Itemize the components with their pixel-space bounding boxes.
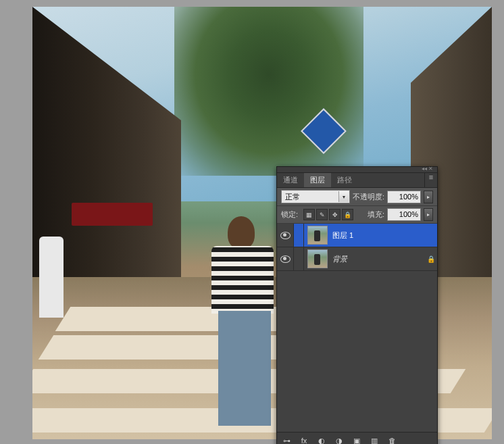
layers-panel: ◂◂ ✕ 通道 图层 路径 ≡ 正常 ▾ 不透明度: 100% ▸ 锁定: ▦ … bbox=[276, 166, 438, 444]
tab-paths[interactable]: 路径 bbox=[331, 173, 358, 187]
photo-sign-red bbox=[72, 203, 153, 226]
trash-icon[interactable]: 🗑 bbox=[386, 435, 398, 444]
eye-icon bbox=[280, 255, 291, 263]
fill-label: 填充: bbox=[368, 209, 384, 220]
layer-row[interactable]: 背景 🔒 bbox=[277, 247, 437, 271]
lock-transparency-icon[interactable]: ▦ bbox=[303, 209, 315, 220]
layer-name[interactable]: 背景 bbox=[331, 254, 425, 264]
link-column[interactable] bbox=[294, 224, 304, 247]
lock-fill-row: 锁定: ▦ ✎ ✥ 🔒 填充: 100% ▸ bbox=[277, 206, 437, 224]
layer-thumbnail[interactable] bbox=[307, 226, 328, 245]
mask-icon[interactable]: ◐ bbox=[316, 435, 328, 444]
lock-all-icon[interactable]: 🔒 bbox=[342, 209, 353, 220]
visibility-toggle[interactable] bbox=[277, 224, 294, 247]
layers-empty-area[interactable] bbox=[277, 271, 437, 432]
photo-tree bbox=[174, 7, 363, 176]
lock-paint-icon[interactable]: ✎ bbox=[316, 209, 328, 220]
eye-icon bbox=[280, 232, 291, 239]
lock-label: 锁定: bbox=[281, 209, 298, 220]
blend-opacity-row: 正常 ▾ 不透明度: 100% ▸ bbox=[277, 188, 437, 206]
lock-icon: 🔒 bbox=[425, 255, 437, 263]
folder-icon[interactable]: ▣ bbox=[351, 435, 363, 444]
layer-name[interactable]: 图层 1 bbox=[331, 230, 425, 241]
panel-tabs: 通道 图层 路径 ≡ bbox=[277, 173, 437, 188]
tab-channels[interactable]: 通道 bbox=[277, 173, 304, 187]
lock-buttons: ▦ ✎ ✥ 🔒 bbox=[303, 209, 353, 220]
lock-move-icon[interactable]: ✥ bbox=[329, 209, 341, 220]
fill-arrow-icon[interactable]: ▸ bbox=[424, 208, 433, 221]
opacity-label: 不透明度: bbox=[353, 192, 384, 202]
layers-footer: ⊶ fx ◐ ◑ ▣ ▥ 🗑 bbox=[277, 432, 437, 444]
panel-grip[interactable]: ◂◂ ✕ bbox=[277, 167, 437, 173]
link-column[interactable] bbox=[294, 247, 304, 270]
dropdown-icon: ▾ bbox=[338, 191, 349, 202]
photo-pedestrian bbox=[39, 237, 64, 318]
workspace-background: ◂◂ ✕ 通道 图层 路径 ≡ 正常 ▾ 不透明度: 100% ▸ 锁定: ▦ … bbox=[0, 0, 504, 444]
opacity-arrow-icon[interactable]: ▸ bbox=[424, 191, 433, 203]
opacity-input[interactable]: 100% bbox=[387, 191, 421, 203]
layer-thumbnail[interactable] bbox=[307, 249, 328, 268]
link-layers-icon[interactable]: ⊶ bbox=[280, 435, 293, 444]
visibility-toggle[interactable] bbox=[277, 247, 294, 270]
layers-list: 图层 1 背景 🔒 bbox=[277, 224, 437, 432]
blend-mode-select[interactable]: 正常 ▾ bbox=[281, 190, 350, 203]
layer-row[interactable]: 图层 1 bbox=[277, 224, 437, 247]
fx-icon[interactable]: fx bbox=[298, 435, 310, 444]
new-layer-icon[interactable]: ▥ bbox=[368, 435, 380, 444]
panel-menu-icon[interactable]: ≡ bbox=[424, 173, 437, 187]
blend-mode-value: 正常 bbox=[285, 192, 300, 202]
adjustment-icon[interactable]: ◑ bbox=[333, 435, 345, 444]
fill-input[interactable]: 100% bbox=[387, 208, 421, 221]
tab-layers[interactable]: 图层 bbox=[304, 173, 331, 187]
